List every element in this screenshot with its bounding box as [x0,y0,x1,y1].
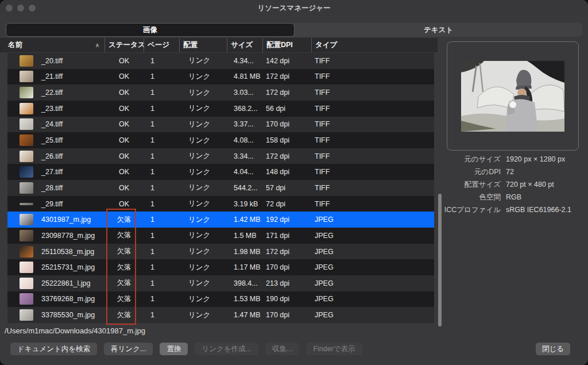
dpi-value: 172 dpi [262,152,311,160]
thumbnail-image [20,151,33,162]
table-row[interactable]: 33769268_m.jpg欠落1リンク1.53 MB190 dpiJPEG [7,291,434,308]
page-value: 1 [144,248,179,256]
column-header-label: 名前 [8,40,22,50]
type-value: TIFF [311,120,434,128]
table-row[interactable]: _26.tiffOK1リンク3.34...172 dpiTIFF [7,148,434,164]
selected-file-path: /Users/m1mac/Downloads/4301987_m.jpg [5,326,145,335]
thumbnail-image [20,55,33,67]
table-row[interactable]: _28.tiffOK1リンク544.2...57 dpiTIFF [7,180,434,196]
type-value: JPEG [311,248,434,256]
table-row[interactable]: _25.tiffOK1リンク4.08...158 dpiTIFF [7,132,434,148]
column-header-placement[interactable]: 配置 [179,38,227,52]
thumbnail-image [20,135,33,146]
page-value: 1 [144,136,179,144]
file-name: _26.tiff [41,152,63,160]
tab-text[interactable]: テキスト [295,23,582,37]
page-value: 1 [144,279,179,287]
size-value: 3.37... [227,120,262,128]
file-name: 25215731_m.jpg [41,263,95,271]
type-value: TIFF [311,152,434,160]
table-row[interactable]: 23098778_m.jpg欠落1リンク1.5 MB171 dpiJPEG [7,228,434,244]
table-row[interactable]: _29.tiffOK1リンク3.19 kB72 dpiTIFF [7,196,434,212]
action-button[interactable]: ドキュメント内を検索 [10,343,97,355]
column-header-status[interactable]: ステータス [105,38,144,52]
table-row[interactable]: _23.tiffOK1リンク368.2...56 dpiTIFF [7,101,434,117]
dpi-value: 190 dpi [262,295,311,303]
page-value: 1 [144,311,179,319]
placement-value: リンク [179,199,227,209]
column-header-dpi[interactable]: 配置DPI [262,38,311,52]
dpi-value: 171 dpi [262,232,311,240]
table-row[interactable]: _20.tiffOK1リンク4.34...142 dpiTIFF [7,53,434,69]
column-header-label: 配置 [183,40,198,50]
table-row[interactable]: 25222861_l.jpg欠落1リンク398.4...213 dpiJPEG [7,275,434,291]
status-value: OK [105,72,144,80]
status-value: OK [105,200,144,208]
file-name: 23098778_m.jpg [41,232,95,240]
placement-value: リンク [179,72,227,82]
action-button[interactable]: 置換 [160,343,188,355]
file-name: _25.tiff [41,136,63,144]
placement-value: リンク [179,294,227,304]
file-name: 4301987_m.jpg [41,216,91,224]
dpi-value: 172 dpi [262,89,311,97]
column-header-page[interactable]: ページ [144,38,179,52]
footer-actions: ドキュメント内を検索再リンク...置換リンクを作成...収集...Finderで… [10,343,362,355]
dpi-value: 170 dpi [262,120,311,128]
column-header-size[interactable]: サイズ [227,38,262,52]
size-value: 1.17 MB [227,263,262,271]
file-name: _28.tiff [41,184,63,192]
metadata-value: sRGB IEC61966-2.1 [506,206,583,214]
page-value: 1 [144,89,179,97]
table-row[interactable]: 25215731_m.jpg欠落1リンク1.17 MB170 dpiJPEG [7,259,434,275]
titlebar: リソースマネージャー [0,0,588,16]
scrollbar-thumb[interactable] [438,194,442,326]
image-metadata: 元のサイズ1920 px × 1280 px元のDPI72配置サイズ720 pt… [439,156,583,214]
thumbnail-image [20,203,33,205]
placement-value: リンク [179,310,227,320]
status-value: OK [105,105,144,113]
table-row[interactable]: _21.tiffOK1リンク4.81 MB172 dpiTIFF [7,69,434,85]
status-value: OK [105,136,144,144]
type-value: JPEG [311,232,434,240]
dpi-value: 148 dpi [262,168,311,176]
column-header-type[interactable]: タイプ [311,38,438,52]
table-row[interactable]: _24.tiffOK1リンク3.37...170 dpiTIFF [7,117,434,133]
tab-images[interactable]: 画像 [6,23,295,37]
file-name: 33785530_m.jpg [41,311,95,319]
dpi-value: 72 dpi [262,200,311,208]
placement-value: リンク [179,183,227,193]
type-value: TIFF [311,105,434,113]
placement-value: リンク [179,215,227,225]
resource-table: _20.tiffOK1リンク4.34...142 dpiTIFF_21.tiff… [7,53,434,323]
placement-value: リンク [179,230,227,240]
placement-value: リンク [179,247,227,256]
placement-value: リンク [179,103,227,113]
type-value: JPEG [311,295,434,303]
type-value: JPEG [311,216,434,224]
table-row[interactable]: 25110538_m.jpg欠落1リンク1.98 MB172 dpiJPEG [7,244,434,260]
metadata-label: ICCプロファイル [439,206,501,214]
thumbnail-image [20,278,33,289]
page-value: 1 [144,168,179,176]
table-row[interactable]: 33785530_m.jpg欠落1リンク1.47 MB170 dpiJPEG [7,307,434,323]
placement-value: リンク [179,136,227,145]
dpi-value: 172 dpi [262,72,311,80]
action-button[interactable]: 再リンク... [104,343,153,355]
action-button: 収集... [265,343,299,355]
close-button[interactable]: 閉じる [536,343,570,355]
type-value: TIFF [311,89,434,97]
type-value: JPEG [311,279,434,287]
dpi-value: 142 dpi [262,57,311,65]
table-row[interactable]: _22.tiffOK1リンク3.03...172 dpiTIFF [7,84,434,101]
column-header-name[interactable]: 名前∧ [0,38,105,52]
table-row[interactable]: 4301987_m.jpg欠落1リンク1.42 MB192 dpiJPEG [7,212,434,228]
size-value: 1.98 MB [227,248,262,256]
table-row[interactable]: _27.tiffOK1リンク4.04...148 dpiTIFF [7,164,434,180]
page-value: 1 [144,72,179,80]
dpi-value: 158 dpi [262,136,311,144]
file-name: 25222861_l.jpg [41,279,91,287]
window-title: リソースマネージャー [0,0,588,16]
column-header-label: タイプ [315,40,337,50]
file-name: 25110538_m.jpg [41,248,94,256]
